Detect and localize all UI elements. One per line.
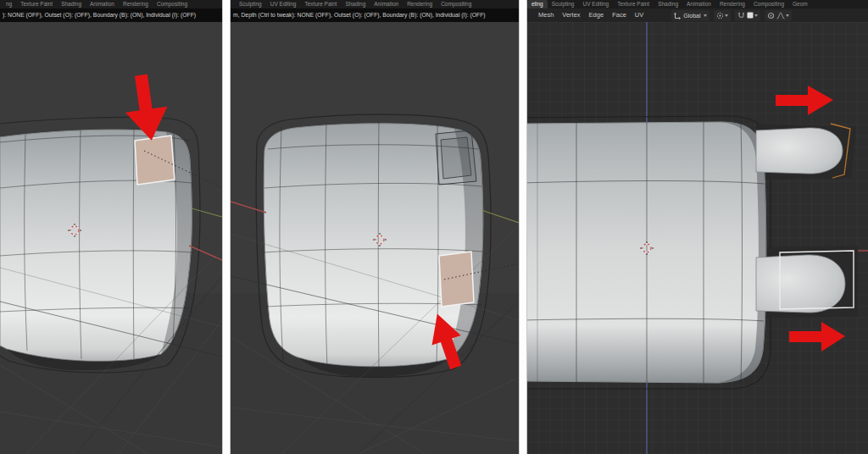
panel-ortho-extrude: eling Sculpting UV Editing Texture Paint…: [527, 0, 868, 454]
falloff-curve-icon: [776, 12, 785, 19]
workspace-tab-bar: Sculpting UV Editing Texture Paint Shadi…: [231, 0, 519, 8]
workspace-tab-sculpting[interactable]: Sculpting: [235, 0, 266, 8]
workspace-tab-modeling-active[interactable]: eling: [527, 0, 548, 8]
workspace-tab-geometry-nodes[interactable]: Geom: [788, 0, 812, 8]
snap-increment-icon: [747, 12, 754, 19]
workspace-tab-sculpting[interactable]: Sculpting: [548, 0, 579, 8]
workspace-tab-uv-editing[interactable]: UV Editing: [578, 0, 613, 8]
orientation-axes-icon: [674, 12, 682, 19]
workspace-tab-shading[interactable]: Shading: [57, 0, 86, 8]
workspace-tab-uv-editing[interactable]: UV Editing: [266, 0, 301, 8]
workspace-tab-animation[interactable]: Animation: [370, 0, 403, 8]
menu-edge[interactable]: Edge: [585, 8, 609, 22]
workspace-tab-rendering[interactable]: Rendering: [715, 0, 749, 8]
viewport-3d[interactable]: [0, 22, 222, 454]
chevron-down-icon: [754, 14, 758, 17]
menu-mesh[interactable]: Mesh: [534, 8, 558, 22]
workspace-tab-texture-paint[interactable]: Texture Paint: [613, 0, 654, 8]
menu-face[interactable]: Face: [608, 8, 631, 22]
handle-stub-2[interactable]: [756, 255, 845, 313]
panel-separator: [222, 0, 231, 454]
workspace-tab-animation[interactable]: Animation: [682, 0, 715, 8]
viewport-3d-ortho[interactable]: [527, 22, 868, 454]
workspace-tab-compositing[interactable]: Compositing: [153, 0, 192, 8]
workspace-tab-rendering[interactable]: Rendering: [119, 0, 153, 8]
workspace-tab-texture-paint[interactable]: Texture Paint: [16, 0, 57, 8]
snap-magnet-icon: [737, 12, 745, 19]
workspace-tab-compositing[interactable]: Compositing: [437, 0, 476, 8]
proportional-edit-controls[interactable]: [765, 10, 792, 21]
snap-controls[interactable]: [735, 10, 760, 21]
chevron-down-icon: [725, 14, 728, 17]
handle-stub-1[interactable]: [756, 128, 843, 174]
pivot-point-icon: [716, 12, 724, 19]
workspace-tab-animation[interactable]: Animation: [86, 0, 119, 8]
workspace-tab-rendering[interactable]: Rendering: [403, 0, 437, 8]
workspace-tab-bar: ng Texture Paint Shading Animation Rende…: [0, 0, 222, 8]
workspace-tab[interactable]: ng: [2, 0, 16, 8]
panel-perspective-inset-2: Sculpting UV Editing Texture Paint Shadi…: [231, 0, 519, 454]
selected-face[interactable]: [135, 136, 175, 185]
modal-operator-status: m, Depth (Ctrl to tweak): NONE (OFF), Ou…: [231, 8, 519, 22]
workspace-tab-shading[interactable]: Shading: [654, 0, 682, 8]
menu-uv[interactable]: UV: [631, 8, 648, 22]
orientation-label: Global: [683, 13, 700, 19]
workspace-tab-bar: eling Sculpting UV Editing Texture Paint…: [527, 0, 868, 8]
panel-perspective-inset-1: ng Texture Paint Shading Animation Rende…: [0, 0, 222, 454]
inset-face-result: [436, 130, 476, 185]
blender-three-panel-collage: ng Texture Paint Shading Animation Rende…: [0, 0, 868, 454]
workspace-tab-texture-paint[interactable]: Texture Paint: [300, 0, 341, 8]
workspace-tab-shading[interactable]: Shading: [341, 0, 370, 8]
proportional-edit-icon: [767, 12, 775, 19]
pivot-point-dropdown[interactable]: [714, 10, 731, 21]
viewport-3d[interactable]: [231, 22, 519, 454]
workspace-tab-compositing[interactable]: Compositing: [749, 0, 788, 8]
modal-operator-status: ): NONE (OFF), Outset (O): (OFF), Bounda…: [0, 8, 222, 22]
viewport-header: Mesh Vertex Edge Face UV Global: [527, 8, 868, 22]
transform-orientation-dropdown[interactable]: Global: [671, 10, 709, 21]
menu-vertex[interactable]: Vertex: [558, 8, 584, 22]
chevron-down-icon: [704, 14, 707, 17]
panel-separator: [519, 0, 527, 454]
chevron-down-icon: [786, 14, 789, 17]
